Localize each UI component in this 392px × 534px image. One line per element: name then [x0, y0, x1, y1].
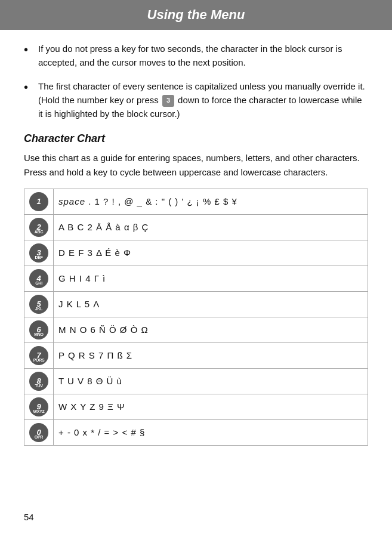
key-sublabel: GHI: [35, 281, 42, 285]
key-sublabel: TUV: [35, 384, 42, 388]
chars-cell: A B C 2 Ä Å à α β Ç: [54, 214, 368, 240]
key-cell: 7PORS: [24, 342, 54, 368]
key-badge: 6MNO: [29, 320, 48, 339]
key-badge: 3DEF: [29, 243, 48, 263]
content-area: • If you do not press a key for two seco…: [0, 30, 392, 470]
key-cell: 1: [24, 189, 54, 214]
character-chart-table: 1space . 1 ? ! , @ _ & : " ( ) ' ¿ ¡ % £…: [24, 189, 368, 446]
key-sublabel: OPR: [35, 435, 43, 439]
table-row: 5JKLJ K L 5 Λ: [24, 291, 368, 317]
table-row: 0OPR+ - 0 x * / = > < # §: [24, 419, 368, 445]
bullet-text-2: The first character of every sentence is…: [38, 79, 368, 121]
chars-cell: P Q R S 7 Π ß Σ: [54, 342, 368, 368]
key-badge: 8TUV: [29, 372, 48, 391]
character-chart-title: Character Chart: [24, 132, 368, 145]
key-cell: 4GHI: [24, 266, 54, 291]
list-item: • The first character of every sentence …: [24, 79, 368, 121]
table-row: 1space . 1 ? ! , @ _ & : " ( ) ' ¿ ¡ % £…: [24, 189, 368, 214]
key-cell: 9WXYZ: [24, 394, 54, 419]
key-sublabel: MNO: [34, 332, 43, 337]
chars-cell: G H I 4 Γ ì: [54, 266, 368, 291]
page-number: 54: [24, 512, 34, 522]
key-cell: 3DEF: [24, 240, 54, 266]
list-item: • If you do not press a key for two seco…: [24, 42, 368, 70]
table-row: 8TUVT U V 8 Θ Ü ù: [24, 368, 368, 394]
key-number: 1: [36, 197, 41, 205]
key-badge: 2ABC: [29, 218, 48, 237]
key-badge: 1: [29, 192, 48, 211]
character-chart-desc: Use this chart as a guide for entering s…: [24, 151, 368, 179]
key-badge: 7PORS: [29, 346, 48, 365]
key-sublabel: DEF: [35, 255, 42, 260]
key-sublabel: PORS: [33, 358, 45, 362]
key-3-icon: 3: [162, 95, 174, 107]
key-sublabel: ABC: [35, 230, 43, 234]
chars-cell: + - 0 x * / = > < # §: [54, 419, 368, 445]
bullet-dot-2: •: [24, 78, 35, 96]
key-cell: 5JKL: [24, 291, 54, 317]
table-row: 2ABCA B C 2 Ä Å à α β Ç: [24, 214, 368, 240]
key-badge: 5JKL: [29, 295, 48, 314]
table-row: 6MNOM N O 6 Ñ Ö Ø Ò Ω: [24, 317, 368, 342]
table-row: 4GHIG H I 4 Γ ì: [24, 266, 368, 291]
key-cell: 0OPR: [24, 419, 54, 445]
bullet-list: • If you do not press a key for two seco…: [24, 42, 368, 121]
key-sublabel: JKL: [35, 307, 42, 311]
key-badge: 0OPR: [29, 423, 48, 442]
chars-cell: J K L 5 Λ: [54, 291, 368, 317]
table-row: 9WXYZW X Y Z 9 Ξ Ψ: [24, 394, 368, 419]
page-header: Using the Menu: [0, 0, 392, 30]
chars-cell: M N O 6 Ñ Ö Ø Ò Ω: [54, 317, 368, 342]
bullet-dot-1: •: [24, 41, 35, 58]
chars-cell: W X Y Z 9 Ξ Ψ: [54, 394, 368, 419]
key-badge: 4GHI: [29, 269, 48, 288]
table-row: 7PORSP Q R S 7 Π ß Σ: [24, 342, 368, 368]
key-cell: 8TUV: [24, 368, 54, 394]
chars-cell: space . 1 ? ! , @ _ & : " ( ) ' ¿ ¡ % £ …: [54, 189, 368, 214]
key-sublabel: WXYZ: [33, 409, 44, 413]
chars-cell: T U V 8 Θ Ü ù: [54, 368, 368, 394]
page-wrapper: Using the Menu • If you do not press a k…: [0, 0, 392, 534]
page-title: Using the Menu: [12, 7, 380, 23]
key-badge: 9WXYZ: [29, 397, 48, 416]
key-cell: 6MNO: [24, 317, 54, 342]
chars-cell: D E F 3 Δ É è Φ: [54, 240, 368, 266]
bullet-text-1: If you do not press a key for two second…: [38, 42, 368, 70]
table-row: 3DEFD E F 3 Δ É è Φ: [24, 240, 368, 266]
key-cell: 2ABC: [24, 214, 54, 240]
